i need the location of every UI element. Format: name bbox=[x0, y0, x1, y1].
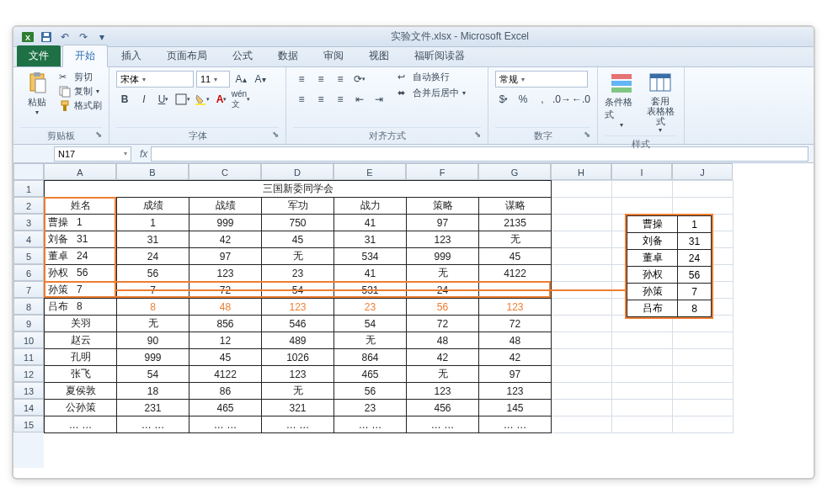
cell[interactable]: 刘备 31 bbox=[45, 231, 117, 248]
row-header[interactable]: 5 bbox=[13, 247, 44, 264]
cell[interactable]: … … bbox=[407, 416, 479, 433]
cell[interactable] bbox=[552, 416, 612, 433]
cell[interactable]: 546 bbox=[262, 316, 334, 332]
row-header[interactable]: 9 bbox=[13, 315, 44, 332]
cell[interactable] bbox=[612, 366, 673, 383]
cell[interactable] bbox=[612, 198, 673, 215]
align-right-button[interactable]: ≡ bbox=[332, 91, 349, 108]
bold-button[interactable]: B bbox=[116, 91, 133, 108]
cell[interactable]: 42 bbox=[189, 231, 262, 248]
cell[interactable]: 123 bbox=[189, 265, 262, 282]
row-header[interactable]: 11 bbox=[13, 348, 44, 365]
cell[interactable] bbox=[552, 400, 612, 416]
tab-foxit[interactable]: 福昕阅读器 bbox=[403, 45, 477, 66]
row-header[interactable]: 12 bbox=[13, 365, 44, 382]
col-header[interactable]: B bbox=[116, 163, 189, 180]
cell[interactable]: 456 bbox=[407, 400, 479, 416]
conditional-format-button[interactable]: 条件格式▾ bbox=[605, 71, 638, 129]
cell[interactable] bbox=[552, 265, 612, 282]
col-header[interactable]: G bbox=[478, 163, 551, 180]
cell[interactable]: 97 bbox=[479, 366, 552, 383]
cell[interactable]: 8 bbox=[117, 299, 189, 316]
col-header[interactable]: E bbox=[333, 163, 406, 180]
col-header[interactable]: C bbox=[189, 163, 261, 180]
cell[interactable] bbox=[673, 181, 734, 198]
cell[interactable] bbox=[612, 332, 673, 349]
cell[interactable]: 无 bbox=[407, 265, 479, 282]
column-header[interactable]: 军功 bbox=[262, 198, 334, 215]
undo-icon[interactable]: ↶ bbox=[57, 29, 72, 45]
wrap-text-button[interactable]: ↩自动换行 bbox=[397, 71, 466, 83]
cell[interactable]: 48 bbox=[407, 332, 479, 349]
col-header[interactable]: I bbox=[611, 163, 672, 180]
cell[interactable]: 123 bbox=[479, 299, 552, 316]
cell[interactable] bbox=[552, 248, 612, 265]
cell[interactable]: … … bbox=[479, 416, 552, 433]
cell[interactable]: 48 bbox=[189, 299, 262, 316]
column-header[interactable]: 姓名 bbox=[45, 198, 117, 215]
select-all-corner[interactable] bbox=[13, 163, 44, 180]
row-header[interactable]: 3 bbox=[13, 214, 44, 231]
cell[interactable]: … … bbox=[189, 416, 262, 433]
cell[interactable]: 孔明 bbox=[45, 349, 117, 366]
row-header[interactable]: 14 bbox=[13, 399, 44, 416]
col-header[interactable]: A bbox=[44, 163, 116, 180]
cell[interactable]: 534 bbox=[334, 248, 407, 265]
cell[interactable]: 23 bbox=[334, 400, 407, 416]
cell[interactable]: 23 bbox=[262, 265, 334, 282]
fill-color-button[interactable]: ▾ bbox=[194, 91, 211, 108]
cell[interactable] bbox=[552, 215, 612, 231]
tab-home[interactable]: 开始 bbox=[62, 45, 108, 67]
cell[interactable]: 999 bbox=[407, 248, 479, 265]
cell[interactable]: 41 bbox=[334, 215, 407, 231]
row-header[interactable]: 13 bbox=[13, 382, 44, 399]
cell[interactable]: 孙策 7 bbox=[45, 282, 117, 299]
cell[interactable]: … … bbox=[334, 416, 407, 433]
cell[interactable]: 31 bbox=[334, 231, 407, 248]
cell[interactable]: 4122 bbox=[479, 265, 552, 282]
table-title[interactable]: 三国新委同学会 bbox=[45, 181, 552, 198]
cell[interactable]: 72 bbox=[407, 316, 479, 332]
decrease-indent-button[interactable]: ⇤ bbox=[351, 91, 368, 108]
format-painter-button[interactable]: 格式刷 bbox=[59, 99, 102, 112]
cell[interactable] bbox=[673, 400, 734, 416]
cell[interactable]: 999 bbox=[189, 215, 262, 231]
cell[interactable]: 42 bbox=[479, 349, 552, 366]
cell[interactable]: … … bbox=[45, 416, 117, 433]
cell[interactable] bbox=[673, 383, 734, 400]
font-color-button[interactable]: A▾ bbox=[213, 91, 230, 108]
dialog-launcher-icon[interactable]: ⬊ bbox=[474, 130, 481, 139]
formula-bar[interactable] bbox=[151, 146, 808, 162]
cell[interactable] bbox=[612, 181, 673, 198]
italic-button[interactable]: I bbox=[136, 91, 152, 108]
increase-decimal-button[interactable]: .0→ bbox=[553, 91, 570, 108]
cell[interactable]: 23 bbox=[334, 299, 407, 316]
worksheet[interactable]: 123456789101112131415 ABCDEFGHIJ 三国新委同学会… bbox=[13, 163, 814, 468]
cell[interactable]: 56 bbox=[407, 299, 479, 316]
cell[interactable] bbox=[552, 383, 612, 400]
cell[interactable]: 56 bbox=[117, 265, 189, 282]
paste-button[interactable]: 粘贴▾ bbox=[20, 71, 54, 116]
tab-insert[interactable]: 插入 bbox=[109, 45, 153, 66]
cell[interactable]: 关羽 bbox=[45, 316, 117, 332]
comma-button[interactable]: , bbox=[534, 91, 551, 108]
cell[interactable] bbox=[552, 349, 612, 366]
cell[interactable]: 赵云 bbox=[45, 332, 117, 349]
copy-button[interactable]: 复制▾ bbox=[59, 85, 102, 98]
dialog-launcher-icon[interactable]: ⬊ bbox=[95, 130, 102, 139]
cell[interactable]: 97 bbox=[189, 248, 262, 265]
row-header[interactable]: 15 bbox=[13, 416, 44, 432]
cell[interactable]: 无 bbox=[117, 316, 189, 332]
cell[interactable]: 72 bbox=[479, 316, 552, 332]
cell[interactable]: 公孙策 bbox=[45, 400, 117, 416]
cell[interactable] bbox=[612, 400, 673, 416]
col-header[interactable]: H bbox=[551, 163, 611, 180]
cell[interactable]: 曹操 1 bbox=[45, 215, 117, 231]
cell[interactable]: 864 bbox=[334, 349, 407, 366]
cell[interactable]: 231 bbox=[117, 400, 189, 416]
cell[interactable] bbox=[673, 332, 734, 349]
cell[interactable]: 45 bbox=[189, 349, 262, 366]
number-format-combo[interactable]: 常规▾ bbox=[495, 71, 588, 88]
tab-layout[interactable]: 页面布局 bbox=[155, 45, 219, 66]
name-box[interactable]: N17▾ bbox=[54, 146, 131, 162]
